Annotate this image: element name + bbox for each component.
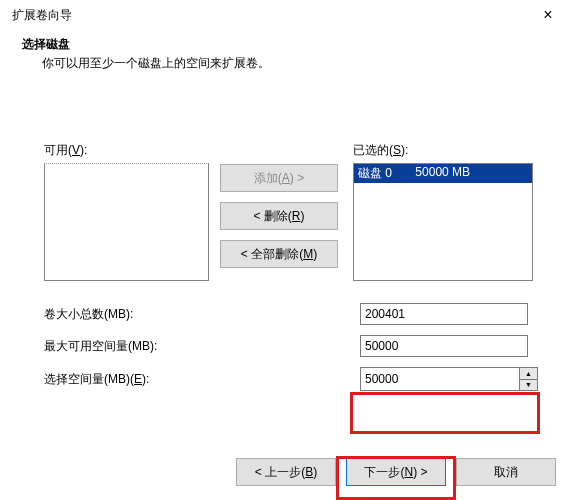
window-title: 扩展卷向导 <box>12 7 72 24</box>
remove-button[interactable]: < 删除(R) <box>220 202 338 230</box>
size-fields: 卷大小总数(MB): 最大可用空间量(MB): 选择空间量(MB)(E): ▲ … <box>44 303 538 391</box>
spinner-down-icon[interactable]: ▼ <box>520 379 537 391</box>
disk-name: 磁盘 0 <box>358 165 392 182</box>
add-button[interactable]: 添加(A) > <box>220 164 338 192</box>
total-size-field <box>360 303 528 325</box>
wizard-header: 选择磁盘 你可以用至少一个磁盘上的空间来扩展卷。 <box>0 30 578 82</box>
remove-all-button[interactable]: < 全部删除(M) <box>220 240 338 268</box>
selected-column: 已选的(S): 磁盘 0 50000 MB <box>353 142 533 281</box>
select-space-label: 选择空间量(MB)(E): <box>44 371 360 388</box>
page-heading: 选择磁盘 <box>20 36 558 53</box>
available-column: 可用(V): <box>44 142 209 281</box>
titlebar: 扩展卷向导 × <box>0 0 578 30</box>
wizard-footer: < 上一步(B) 下一步(N) > 取消 <box>236 458 556 486</box>
total-size-label: 卷大小总数(MB): <box>44 306 360 323</box>
spinner-up-icon[interactable]: ▲ <box>520 368 537 379</box>
available-listbox[interactable] <box>44 163 209 281</box>
available-label: 可用(V): <box>44 142 209 159</box>
close-icon[interactable]: × <box>528 0 568 30</box>
wizard-body: 可用(V): 添加(A) > < 删除(R) < 全部删除(M) 已选的(S):… <box>0 82 578 391</box>
transfer-buttons: 添加(A) > < 删除(R) < 全部删除(M) <box>209 142 349 268</box>
cancel-button[interactable]: 取消 <box>456 458 556 486</box>
selected-label: 已选的(S): <box>353 142 533 159</box>
list-item[interactable]: 磁盘 0 50000 MB <box>354 164 532 183</box>
select-space-input[interactable] <box>360 367 519 391</box>
select-space-spinner[interactable]: ▲ ▼ <box>360 367 538 391</box>
next-button[interactable]: 下一步(N) > <box>346 458 446 486</box>
page-subheading: 你可以用至少一个磁盘上的空间来扩展卷。 <box>20 55 558 72</box>
max-space-label: 最大可用空间量(MB): <box>44 338 360 355</box>
selected-listbox[interactable]: 磁盘 0 50000 MB <box>353 163 533 281</box>
annotation-highlight <box>350 392 540 434</box>
max-space-field <box>360 335 528 357</box>
disk-size: 50000 MB <box>415 165 470 182</box>
back-button[interactable]: < 上一步(B) <box>236 458 336 486</box>
